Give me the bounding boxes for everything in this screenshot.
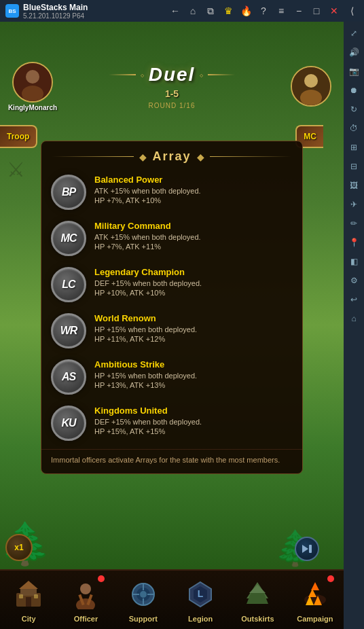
array-info-wr: World Renown HP +15% when both deployed.… xyxy=(94,313,293,343)
city-icon-wrap xyxy=(11,577,46,612)
back-sidebar-icon[interactable]: ↩ xyxy=(345,291,363,308)
nav-item-city[interactable]: City xyxy=(1,577,56,623)
restore-button[interactable]: □ xyxy=(310,4,323,18)
svg-marker-32 xyxy=(311,582,319,590)
array-header: ◆ Array ◆ xyxy=(41,141,302,169)
duel-title-container: ⬦ Duel ⬦ xyxy=(109,64,236,86)
outskirts-label: Outskirts xyxy=(241,615,274,623)
nav-item-officer[interactable]: Officer xyxy=(58,577,113,623)
array-item-lc: LC Legendary Champion DEF +15% when both… xyxy=(41,262,302,308)
crown-button[interactable]: ♛ xyxy=(221,4,235,18)
image-icon[interactable]: 🖼 xyxy=(345,177,363,194)
svg-text:L: L xyxy=(198,588,204,599)
svg-rect-12 xyxy=(19,594,23,598)
array-desc-wr: HP +15% when both deployed. xyxy=(94,325,293,334)
svg-rect-13 xyxy=(34,594,38,598)
troop-button[interactable]: Troop xyxy=(0,125,37,148)
array-panel: ◆ Array ◆ BP Balanced Power ATK +15% whe… xyxy=(41,141,303,474)
array-item-wr: WR World Renown HP +15% when both deploy… xyxy=(41,308,302,354)
array-info-mc: Military Command ATK +15% when both depl… xyxy=(94,221,293,251)
svg-marker-10 xyxy=(19,581,38,589)
player-left: KinglyMonarch xyxy=(5,62,60,111)
nav-item-support[interactable]: Support xyxy=(116,577,170,623)
nav-item-campaign[interactable]: Campaign xyxy=(288,577,342,623)
timer-icon[interactable]: ⏱ xyxy=(345,120,363,137)
layers-icon[interactable]: ◧ xyxy=(345,253,363,270)
campaign-badge xyxy=(327,575,334,582)
array-ornament-right xyxy=(210,156,291,157)
right-sidebar: ⤢ 🔊 📷 ⏺ ↻ ⏱ ⊞ ⊟ 🖼 ✈ ✏ 📍 ◧ ⚙ ↩ ⌂ xyxy=(344,22,364,629)
volume-icon[interactable]: 🔊 xyxy=(345,43,363,61)
array-name-wr: World Renown xyxy=(94,313,293,323)
city-icon xyxy=(12,577,46,611)
home-button[interactable]: ⌂ xyxy=(186,4,200,18)
array-stats-as: HP +13%, ATK +13% xyxy=(94,381,293,389)
array-desc-bp: ATK +15% when both deployed. xyxy=(94,187,293,195)
array-name-bp: Balanced Power xyxy=(94,175,293,185)
array-footer-text: Immortal officers activate Arrays for th… xyxy=(51,455,293,465)
bottom-nav: City Officer xyxy=(0,569,344,629)
legion-label: Legion xyxy=(188,615,213,623)
svg-point-2 xyxy=(22,86,43,101)
campaign-icon xyxy=(298,577,332,611)
prev-button[interactable]: ⟨ xyxy=(345,4,359,18)
array-info-bp: Balanced Power ATK +15% when both deploy… xyxy=(94,175,293,204)
expand-icon[interactable]: ⤢ xyxy=(345,24,363,42)
officer-icon xyxy=(69,577,103,611)
officer-label: Officer xyxy=(74,615,98,623)
grid-icon[interactable]: ⊞ xyxy=(345,139,363,156)
duel-ornament-right xyxy=(208,74,235,75)
edit-icon[interactable]: ✏ xyxy=(345,215,363,232)
tabs-button[interactable]: ⧉ xyxy=(204,4,217,18)
rotate-icon[interactable]: ↻ xyxy=(345,101,363,118)
app-title: BlueStacks Main xyxy=(23,3,88,12)
close-button[interactable]: ✕ xyxy=(327,4,341,18)
array-item-as: AS Ambitious Strike HP +15% when both de… xyxy=(41,354,302,400)
officer-badge xyxy=(98,575,105,582)
fire-button[interactable]: 🔥 xyxy=(239,4,253,18)
nav-item-outskirts[interactable]: Outskirts xyxy=(230,577,285,623)
array-stats-bp: HP +7%, ATK +10% xyxy=(94,196,293,204)
outskirts-icon-wrap xyxy=(240,577,275,612)
player-right-avatar xyxy=(291,66,331,107)
support-label: Support xyxy=(129,615,158,623)
duel-center: ⬦ Duel ⬦ 1-5 ROUND 1/16 xyxy=(60,64,284,109)
game-background: 🌲 🌲 ⚔ KinglyMonarch ⬦ Duel ⬦ xyxy=(0,22,344,629)
campaign-icon-wrap xyxy=(297,577,333,612)
array-stats-lc: HP +10%, ATK +10% xyxy=(94,289,293,297)
window-icon[interactable]: ⊟ xyxy=(345,158,363,175)
legion-icon-wrap: L xyxy=(183,577,218,612)
array-desc-lc: DEF +15% when both deployed. xyxy=(94,279,293,287)
duel-score: 1-5 xyxy=(165,88,179,99)
home-sidebar-icon[interactable]: ⌂ xyxy=(345,310,363,327)
array-title: Array xyxy=(152,149,191,164)
duel-title: Duel xyxy=(149,64,196,86)
outskirts-icon xyxy=(240,577,274,611)
screenshot-icon[interactable]: 📷 xyxy=(345,62,363,80)
menu-button[interactable]: ≡ xyxy=(274,4,288,18)
settings-icon[interactable]: ⚙ xyxy=(345,272,363,289)
support-icon xyxy=(126,577,160,611)
array-name-mc: Military Command xyxy=(94,221,293,231)
record-icon[interactable]: ⏺ xyxy=(345,82,363,99)
array-stats-ku: HP +15%, ATK +15% xyxy=(94,427,293,435)
skip-button[interactable] xyxy=(295,537,319,561)
minimize-button[interactable]: − xyxy=(292,4,306,18)
support-icon-wrap xyxy=(126,577,161,612)
app-icon: BS xyxy=(5,4,19,18)
array-item-ku: KU Kingdoms United DEF +15% when both de… xyxy=(41,400,302,446)
svg-point-1 xyxy=(26,70,39,84)
player-left-avatar xyxy=(12,62,53,103)
array-stats-wr: HP +11%, ATK +12% xyxy=(94,335,293,343)
speed-button[interactable]: x1 xyxy=(5,534,33,561)
svg-point-15 xyxy=(76,598,95,609)
back-button[interactable]: ← xyxy=(168,4,182,18)
airplane-icon[interactable]: ✈ xyxy=(345,196,363,213)
city-label: City xyxy=(22,615,36,623)
array-name-ku: Kingdoms United xyxy=(94,406,293,416)
nav-item-legion[interactable]: L Legion xyxy=(173,577,228,623)
array-desc-mc: ATK +15% when both deployed. xyxy=(94,233,293,241)
app-version: 5.21.201.10129 P64 xyxy=(23,12,88,20)
help-button[interactable]: ? xyxy=(257,4,270,18)
location-icon[interactable]: 📍 xyxy=(345,234,363,251)
